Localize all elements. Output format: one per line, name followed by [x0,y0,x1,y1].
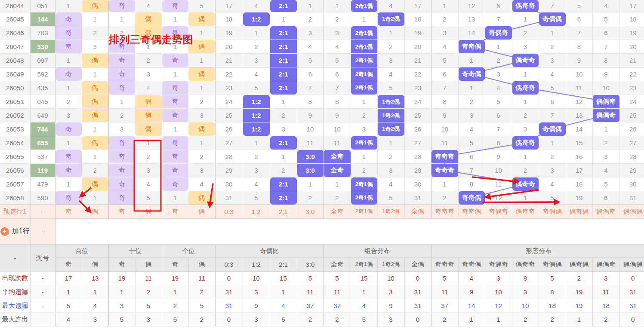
preselect-cell[interactable]: 偶奇奇 [512,205,539,218]
trend-cell: 1 [512,191,539,205]
column-header: 奇 [108,257,135,271]
trend-cell: 1 [162,67,188,81]
stat-value-cell: 13 [82,271,108,285]
column-header: 全奇 [324,257,351,271]
stat-value-cell: 8 [539,285,566,299]
trend-cell: 4 [135,81,162,95]
preselect-cell[interactable]: 1:2 [243,205,270,218]
preselect-row: 预选行1-奇偶奇偶奇偶0:31:22:13:0全奇2奇1偶1奇2偶全偶奇奇奇奇奇… [0,205,644,218]
trend-hit-cell: 全奇 [324,163,351,177]
stat-number-cell: - [30,312,55,326]
add-row: +加1行- [0,218,644,244]
trend-cell: 1 [270,150,297,163]
trend-cell: 1 [243,26,270,40]
trend-hit-cell: 1:2 [243,12,270,26]
trend-cell: 23 [619,81,644,95]
trend-cell: 10 [324,122,351,136]
trend-cell: 5 [539,191,566,205]
trend-hit-cell: 奇 [162,136,188,150]
preselect-cell[interactable]: 奇奇偶 [458,205,485,218]
trend-cell: 31 [619,191,644,205]
stat-value-cell: 3 [108,299,135,312]
trend-cell: 7 [485,12,512,26]
stat-value-cell: 1 [458,312,485,326]
preselect-cell[interactable]: 奇偶偶 [539,205,566,218]
trend-hit-cell: 2:1 [270,136,297,150]
preselect-cell[interactable]: 奇 [108,205,135,218]
trend-cell: 2 [377,40,404,53]
stat-value-cell: 5 [431,271,458,285]
hit-mark: 2奇1偶 [351,0,377,12]
preselect-cell[interactable]: 奇 [55,205,82,218]
trend-cell: 3 [377,163,404,177]
trend-hit-cell: 奇 [108,81,135,95]
trend-cell: 19 [619,26,644,40]
period-cell: 26052 [0,108,30,122]
trend-chart: 260440511偶奇4奇51742:1112奇1偶4171126偶奇奇7541… [0,0,644,336]
trend-cell: 7 [566,26,592,40]
hit-mark: 2奇1偶 [351,177,377,191]
stat-value-cell: 2 [431,312,458,326]
table-row: 26046703奇22偶奇11912:1332奇1偶119314奇偶奇21761… [0,26,644,40]
preselect-cell[interactable]: 偶偶奇 [592,205,619,218]
trend-hit-cell: 奇 [108,191,135,205]
hit-mark: 2:1 [270,177,297,191]
stat-number-cell: - [30,285,55,299]
preselect-cell[interactable]: 偶偶偶 [619,205,644,218]
hit-mark: 2奇1偶 [351,81,377,95]
preselect-cell[interactable]: 偶奇偶 [566,205,592,218]
trend-hit-cell: 奇 [108,136,135,150]
trend-cell: 1 [55,136,82,150]
stat-value-cell: 5 [324,271,351,285]
preselect-cell[interactable]: 2:1 [270,205,297,218]
trend-hit-cell: 偶奇奇 [512,136,539,150]
stat-value-cell: 17 [55,271,82,285]
trend-cell: 1 [55,0,82,12]
trend-cell: 3 [351,122,377,136]
trend-cell: 14 [458,26,485,40]
trend-cell: 6 [324,67,351,81]
trend-hit-cell: 奇偶奇 [485,26,512,40]
trend-cell: 2 [351,108,377,122]
hit-mark: 奇 [109,81,136,95]
trend-cell: 2 [82,26,108,40]
add-row-button[interactable]: +加1行 [0,227,30,236]
preselect-cell[interactable]: 偶 [82,205,108,218]
column-header: 1奇2偶 [377,257,404,271]
trend-hit-cell: 1奇2偶 [377,12,404,26]
trend-cell: 9 [297,108,324,122]
trend-hit-cell: 奇 [162,95,188,108]
trend-cell: 2 [270,163,297,177]
hit-mark: 3:0 [297,150,324,164]
preselect-cell[interactable]: 2奇1偶 [351,205,377,218]
preselect-cell[interactable]: 奇偶奇 [485,205,512,218]
preselect-cell[interactable]: 偶 [135,205,162,218]
group-header: 组合分布 [324,244,431,257]
preselect-cell[interactable]: 3:0 [297,205,324,218]
trend-cell: 5 [377,81,404,95]
trend-cell: 6 [297,67,324,81]
preselect-cell[interactable]: 全偶 [404,205,431,218]
preselect-cell[interactable]: 偶 [188,205,215,218]
trend-cell: 1 [162,40,188,53]
stat-value-cell: 1 [162,285,188,299]
stat-value-cell: 18 [539,299,566,312]
stat-value-cell: 11 [324,285,351,299]
hit-mark: 奇 [55,191,82,205]
preselect-cell[interactable]: 1奇2偶 [377,205,404,218]
table-row: 260546551偶奇1奇12712:111112奇1偶1271158偶奇奇11… [0,136,644,150]
preselect-cell[interactable]: 奇奇奇 [431,205,458,218]
trend-cell: 7 [297,81,324,95]
trend-cell: 4 [135,177,162,191]
period-cell: 26049 [0,67,30,81]
column-header: 奇偶偶 [539,257,566,271]
preselect-cell[interactable]: 0:3 [215,205,243,218]
trend-cell: 1 [377,26,404,40]
trend-cell: 2 [377,150,404,163]
hit-mark: 1:2 [243,109,270,122]
preselect-cell[interactable]: 全奇 [324,205,351,218]
preselect-cell[interactable]: 奇 [162,205,188,218]
trend-cell: 2 [324,12,351,26]
hit-mark: 2奇1偶 [351,54,377,67]
trend-cell: 2 [297,12,324,26]
